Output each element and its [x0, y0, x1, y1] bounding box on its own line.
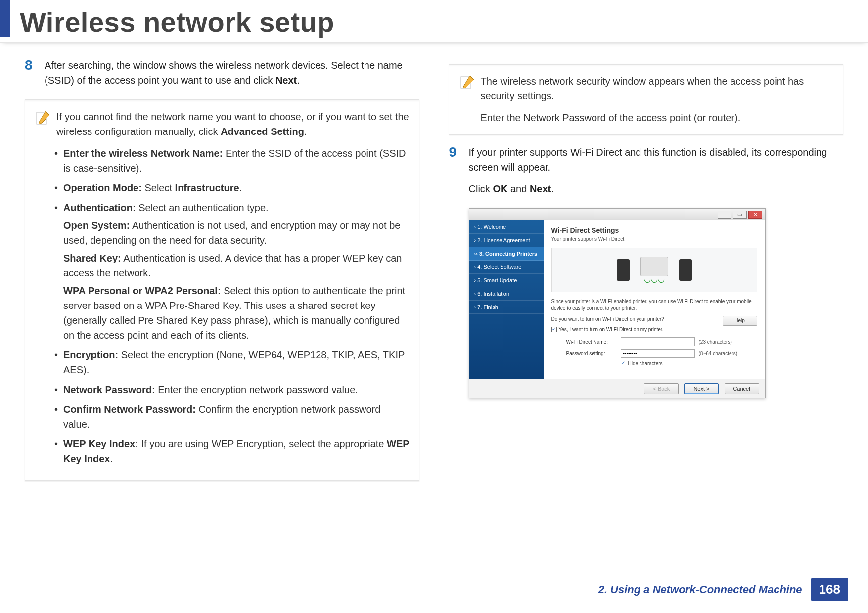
hide-characters-checkbox[interactable]: [621, 361, 626, 366]
step-9: 9 If your printer supports Wi-Fi Direct …: [449, 145, 844, 196]
open-label: Open System:: [63, 220, 130, 231]
step-9-text: If your printer supports Wi-Fi Direct an…: [469, 145, 844, 196]
b7-before: If you are using WEP Encryption, select …: [138, 438, 387, 449]
step-number-8: 8: [25, 58, 45, 88]
bullet-wep-key-index: WEP Key Index: If you are using WEP Encr…: [52, 437, 410, 466]
installer-subheading: Your printer supports Wi-Fi Direct.: [551, 236, 757, 242]
step9-l2-before: Click: [469, 183, 493, 194]
b2-label: Operation Mode:: [63, 182, 142, 193]
note-icon: [459, 75, 475, 90]
hide-characters-row: Hide characters: [621, 361, 757, 366]
note1-intro-bold: Advanced Setting: [221, 126, 304, 137]
enable-wifi-direct-label: Yes, I want to turn on Wi-Fi Direct on m…: [559, 327, 664, 332]
help-button[interactable]: Help: [723, 316, 757, 326]
installer-desc: Since your printer is a Wi-Fi-enabled pr…: [551, 298, 757, 312]
b2-after: .: [239, 182, 242, 193]
note-icon: [35, 110, 50, 126]
bullet-encryption: Encryption: Select the encryption (None,…: [52, 348, 410, 377]
step9-line2: Click OK and Next.: [469, 181, 844, 196]
step9-l2-after: .: [551, 183, 554, 194]
sidebar-step-connecting[interactable]: ›› 3. Connecting Printers: [469, 247, 544, 261]
b7-after: .: [110, 453, 113, 464]
password-setting-input[interactable]: [621, 349, 695, 358]
step-number-9: 9: [449, 145, 469, 196]
window-close-button[interactable]: ✕: [748, 211, 762, 219]
window-minimize-button[interactable]: —: [718, 211, 731, 219]
printer-icon: [640, 257, 668, 276]
wifi-direct-name-input[interactable]: [621, 337, 695, 346]
printer-block: ◡◡◡: [640, 257, 668, 284]
back-button[interactable]: < Back: [644, 383, 679, 394]
installer-main: Wi-Fi Direct Settings Your printer suppo…: [544, 220, 765, 379]
sidebar-step-select-software[interactable]: › 4. Select Software: [469, 261, 544, 274]
password-setting-row: Password setting: (8~64 characters): [566, 349, 757, 358]
note1-intro: If you cannot find the network name you …: [56, 109, 410, 139]
auth-wpa: WPA Personal or WPA2 Personal: Select th…: [63, 283, 410, 343]
step-8-bold-next: Next: [275, 75, 297, 86]
step9-l2-mid: and: [507, 183, 529, 194]
enable-wifi-direct-checkbox[interactable]: [551, 327, 557, 332]
cancel-button[interactable]: Cancel: [725, 383, 759, 394]
b4-label: Encryption:: [63, 350, 118, 360]
installer-body: › 1. Welcome › 2. License Agreement ›› 3…: [469, 220, 765, 379]
wifi-direct-name-label: Wi-Fi Direct Name:: [566, 339, 621, 345]
b2-before: Select: [142, 182, 175, 193]
wifi-direct-diagram: ◡◡◡: [551, 248, 757, 292]
b3-text: Select an authentication type.: [136, 202, 269, 213]
footer-chapter: 2. Using a Network-Connected Machine: [598, 583, 802, 596]
next-button[interactable]: Next >: [684, 383, 719, 394]
right-column: The wireless network security window app…: [449, 58, 844, 491]
step-8-text: After searching, the window shows the wi…: [45, 58, 419, 88]
step-8: 8 After searching, the window shows the …: [25, 58, 419, 88]
wpa-label: WPA Personal or WPA2 Personal:: [63, 285, 221, 296]
auth-open-system: Open System: Authentication is not used,…: [63, 218, 410, 248]
note1-intro-after: .: [304, 126, 307, 137]
window-titlebar: — ▭ ✕: [469, 209, 765, 220]
page-header: Wireless network setup: [0, 0, 868, 43]
left-column: 8 After searching, the window shows the …: [25, 58, 419, 491]
b7-label: WEP Key Index:: [63, 438, 138, 449]
auth-shared-key: Shared Key: Authentication is used. A de…: [63, 251, 410, 280]
bullet-confirm-password: Confirm Network Password: Confirm the en…: [52, 402, 410, 432]
content-columns: 8 After searching, the window shows the …: [0, 43, 868, 491]
b3-label: Authentication:: [63, 202, 136, 213]
bullet-network-password: Network Password: Enter the encryption n…: [52, 382, 410, 397]
b5-label: Network Password:: [63, 384, 155, 395]
b2-bold: Infrastructure: [175, 182, 239, 193]
note2-line2: Enter the Network Password of the access…: [481, 110, 834, 125]
page-footer: 2. Using a Network-Connected Machine 168: [598, 578, 848, 601]
page-number: 168: [811, 578, 848, 601]
note2-body: The wireless network security window app…: [481, 74, 834, 125]
password-setting-label: Password setting:: [566, 351, 621, 356]
step9-line1: If your printer supports Wi-Fi Direct an…: [469, 145, 844, 175]
hide-characters-label: Hide characters: [628, 361, 663, 366]
bullet-operation-mode: Operation Mode: Select Infrastructure.: [52, 180, 410, 195]
sidebar-step-welcome[interactable]: › 1. Welcome: [469, 220, 544, 234]
bullet-authentication: Authentication: Select an authentication…: [52, 200, 410, 343]
sidebar-step-smart-update[interactable]: › 5. Smart Update: [469, 274, 544, 287]
b5-text: Enter the encryption network password va…: [155, 384, 358, 395]
step9-l2-next: Next: [530, 183, 551, 194]
wifi-icon: ◡◡◡: [640, 274, 668, 284]
b1-label: Enter the wireless Network Name:: [63, 148, 223, 159]
advanced-bullets: Enter the wireless Network Name: Enter t…: [52, 146, 410, 466]
note2-line1: The wireless network security window app…: [481, 74, 834, 103]
step-8-prefix: After searching, the window shows the wi…: [45, 60, 403, 86]
installer-sidebar: › 1. Welcome › 2. License Agreement ›› 3…: [469, 220, 544, 379]
step-8-suffix: .: [297, 75, 300, 86]
sidebar-step-license[interactable]: › 2. License Agreement: [469, 234, 544, 247]
sidebar-step-finish[interactable]: › 7. Finish: [469, 301, 544, 314]
phone-icon: [617, 259, 630, 281]
wifi-direct-name-hint: (23 characters): [699, 339, 732, 345]
window-maximize-button[interactable]: ▭: [733, 211, 747, 219]
password-setting-hint: (8~64 characters): [699, 351, 738, 356]
sidebar-step-installation[interactable]: › 6. Installation: [469, 287, 544, 301]
b6-label: Confirm Network Password:: [63, 404, 196, 415]
step9-l2-ok: OK: [493, 183, 507, 194]
shared-label: Shared Key:: [63, 253, 121, 263]
wifi-direct-name-row: Wi-Fi Direct Name: (23 characters): [566, 337, 757, 346]
advanced-setting-note: If you cannot find the network name you …: [25, 99, 419, 481]
bullet-network-name: Enter the wireless Network Name: Enter t…: [52, 146, 410, 175]
page-title: Wireless network setup: [20, 6, 868, 38]
installer-heading: Wi-Fi Direct Settings: [551, 226, 757, 234]
